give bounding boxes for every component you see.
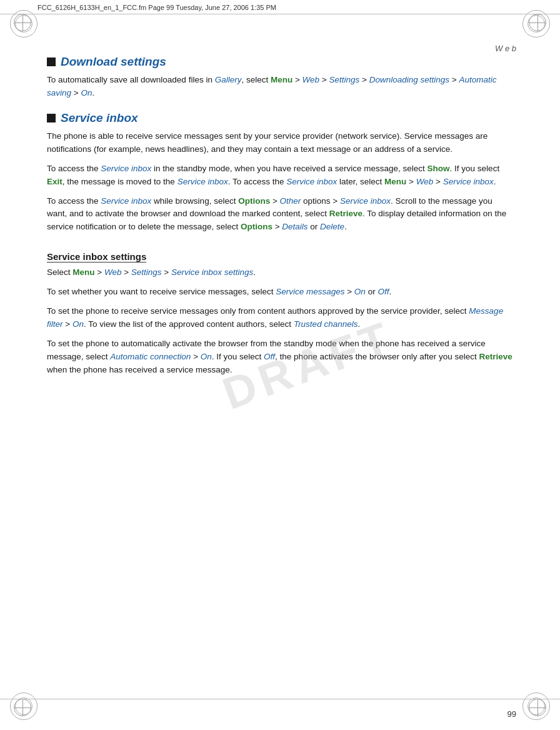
download-settings-body: To automatically save all downloaded fil… [47,74,513,100]
service-inbox-settings-title: Service inbox settings [47,251,146,262]
sis-b1d: > [162,268,171,277]
sis-b1b: > [95,268,104,277]
si-show: Show [428,164,450,173]
sis-b4b: > [191,352,200,361]
si-body3a: To access the [47,196,101,206]
si-body3h: or [308,222,321,231]
sis-body2: To set whether you want to receive servi… [47,286,513,299]
ds-settings1: Settings [329,75,360,84]
si-body3d: options > [301,196,340,206]
si-body2a: To access the [47,164,101,173]
sis-auto-connection: Automatic connection [110,352,191,361]
heading-square-download [47,58,56,66]
sis-b1c: > [121,268,131,277]
si-body2h: > [433,177,442,186]
sis-body3: To set the phone to receive service mess… [47,305,513,331]
si-web2: Web [416,177,434,186]
ds-body1: To automatically save all downloaded fil… [47,75,215,84]
service-inbox-heading: Service inbox [47,111,513,125]
si-body3g: > [272,222,282,231]
si-body2f: later, select [337,177,384,186]
si-link5: Service inbox [101,196,151,206]
si-body2d: , the message is moved to the [62,177,178,186]
sis-on2: On [354,287,366,296]
si-body3c: > [270,196,279,206]
sis-b2a: To set whether you want to receive servi… [47,287,276,296]
sis-settings2: Settings [131,268,162,277]
sis-body4: To set the phone to automatically activa… [47,338,513,377]
ds-body1d: > [319,75,329,84]
service-inbox-body3: To access the Service inbox while browsi… [47,195,513,234]
sis-b3c: . To view the list of the approved conte… [84,319,294,329]
service-inbox-body2: To access the Service inbox in the stand… [47,162,513,189]
sis-body1: Select Menu > Web > Settings > Service i… [47,266,513,279]
si-body2i: . [494,177,496,186]
sis-off4: Off [264,352,275,361]
service-inbox-settings-heading-wrapper: Service inbox settings [47,240,513,266]
si-body2g: > [406,177,416,186]
si-details: Details [282,222,308,231]
sis-b2c: or [366,287,378,296]
sis-b4c: . If you select [212,352,264,361]
main-content: Download settings To automatically save … [47,38,513,692]
sis-menu3: Menu [72,268,94,277]
sis-b1e: . [253,268,256,277]
download-settings-heading: Download settings [47,55,513,69]
header-text: FCC_6126H_6133H_en_1_FCC.fm Page 99 Tues… [38,4,276,11]
ds-web1: Web [302,75,320,84]
service-inbox-title: Service inbox [61,111,138,125]
crosshair-tl [14,14,31,31]
sis-trusted-channels: Trusted channels [294,319,358,329]
footer-bar [0,699,560,730]
si-body2c: . If you select [450,164,500,173]
sis-on4: On [201,352,212,361]
sis-web3: Web [104,268,122,277]
ds-body1c: > [292,75,302,84]
ds-on1: On [81,88,92,98]
si-options1: Options [238,196,270,206]
ds-downloading-settings: Downloading settings [369,75,449,84]
si-options2: Options [241,222,272,231]
si-link4: Service inbox [443,177,494,186]
download-settings-title: Download settings [61,55,166,69]
si-delete: Delete [320,222,344,231]
si-link6: Service inbox [340,196,391,206]
sis-b4e: when the phone has received a service me… [47,365,232,374]
si-body2b: in the standby mode, when you have recei… [151,164,427,173]
si-link2: Service inbox [178,177,228,186]
ds-body1f: > [449,75,459,84]
sis-b3b: > [63,319,72,329]
sis-service-messages: Service messages [276,287,344,296]
si-other: Other [280,196,301,206]
sis-b4d: , the phone activates the browser only a… [275,352,479,361]
si-body1: The phone is able to receive service mes… [47,131,488,154]
heading-square-service [47,114,56,122]
si-link1: Service inbox [101,164,151,173]
sis-b3a: To set the phone to receive service mess… [47,306,469,316]
sis-b2d: . [389,287,391,296]
ds-body1g: > [71,88,81,98]
si-body3i: . [344,222,347,231]
si-link3: Service inbox [286,177,337,186]
sis-b1a: Select [47,268,72,277]
sis-b2b: > [344,287,354,296]
sis-retrieve2: Retrieve [479,352,512,361]
crosshair-tr [529,14,546,31]
ds-body1h: . [92,88,94,98]
ds-gallery: Gallery [215,75,242,84]
ds-body1e: > [359,75,369,84]
ds-menu1: Menu [271,75,292,84]
si-body3b: while browsing, select [151,196,238,206]
si-retrieve1: Retrieve [329,209,362,218]
sis-link: Service inbox settings [171,268,253,277]
header-bar: FCC_6126H_6133H_en_1_FCC.fm Page 99 Tues… [0,0,560,14]
si-exit: Exit [47,177,62,186]
si-menu2: Menu [384,177,406,186]
sis-b3d: . [358,319,360,329]
ds-body1b: , select [241,75,271,84]
si-body2e: . To access the [228,177,287,186]
sis-on3: On [72,319,84,329]
service-inbox-body1: The phone is able to receive service mes… [47,130,513,156]
sis-off2: Off [378,287,389,296]
